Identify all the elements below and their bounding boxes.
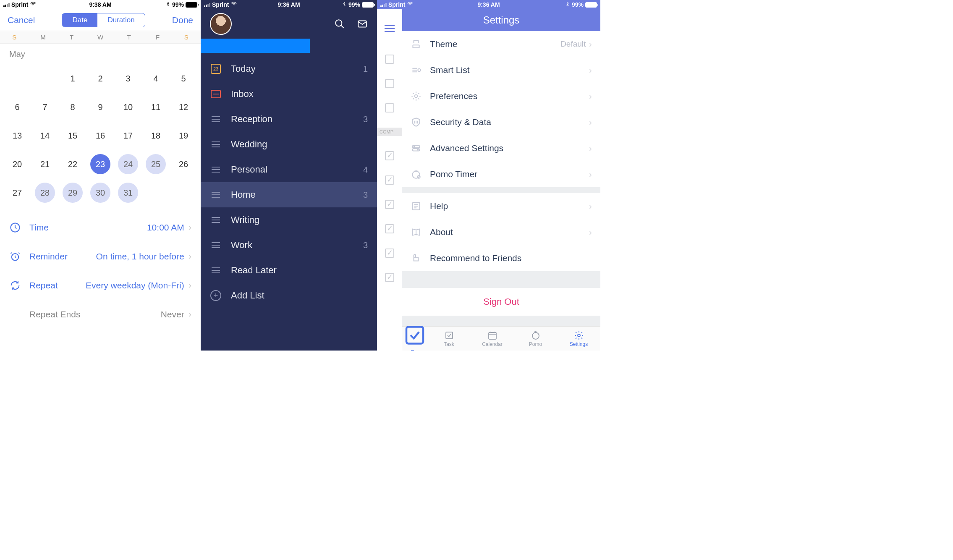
- calendar-day[interactable]: 25: [142, 154, 170, 174]
- signal-icon: [204, 2, 210, 7]
- checkbox-done-icon[interactable]: [385, 249, 394, 258]
- checkbox-done-icon[interactable]: [385, 224, 394, 233]
- sign-out-button[interactable]: Sign Out: [402, 288, 600, 316]
- calendar-day[interactable]: 20: [3, 154, 31, 174]
- calendar-day[interactable]: 26: [170, 154, 197, 174]
- avatar[interactable]: [210, 13, 232, 35]
- tab-task-cut[interactable]: Tas: [402, 327, 427, 351]
- mail-icon[interactable]: [357, 17, 368, 31]
- calendar-today-icon: 23: [210, 63, 222, 75]
- list-icon: [210, 189, 222, 201]
- calendar-day[interactable]: 23: [86, 154, 114, 174]
- calendar-day[interactable]: 18: [142, 126, 170, 146]
- calendar-day[interactable]: 19: [170, 126, 197, 146]
- checkbox-icon[interactable]: [385, 55, 394, 64]
- date-duration-toggle[interactable]: Date Duration: [62, 13, 145, 27]
- reminder-row[interactable]: Reminder On time, 1 hour before ›: [0, 242, 201, 271]
- sidebar-item-list[interactable]: Personal 4: [201, 157, 377, 182]
- calendar-day[interactable]: 22: [59, 154, 86, 174]
- calendar-day[interactable]: 14: [31, 126, 59, 146]
- chevron-right-icon: ›: [589, 144, 592, 153]
- sidebar-item-list[interactable]: Writing: [201, 207, 377, 233]
- sidebar-item-list[interactable]: Wedding: [201, 132, 377, 157]
- calendar-day[interactable]: 5: [170, 68, 197, 89]
- calendar-day[interactable]: 31: [114, 183, 142, 203]
- sidebar-item-list[interactable]: Home 3: [201, 182, 377, 207]
- calendar-day[interactable]: 10: [114, 97, 142, 117]
- sidebar-item-add-list[interactable]: + Add List: [201, 283, 377, 308]
- svg-point-4: [418, 69, 421, 72]
- sidebar-header: [201, 9, 377, 39]
- checkbox-done-icon[interactable]: [385, 200, 394, 209]
- calendar-day[interactable]: 2: [86, 68, 114, 89]
- hamburger-icon[interactable]: [385, 25, 395, 32]
- repeat-row[interactable]: Repeat Every weekday (Mon-Fri) ›: [0, 271, 201, 300]
- checkbox-done-icon[interactable]: [385, 175, 394, 185]
- calendar-day[interactable]: 12: [170, 97, 197, 117]
- calendar-day[interactable]: 11: [142, 97, 170, 117]
- chevron-right-icon: ›: [189, 309, 191, 320]
- calendar-day[interactable]: 21: [31, 154, 59, 174]
- settings-row[interactable]: Recommend to Friends: [402, 245, 600, 271]
- settings-row[interactable]: Preferences ›: [402, 83, 600, 109]
- svg-rect-15: [489, 332, 496, 339]
- checkbox-icon[interactable]: [385, 79, 394, 88]
- list-icon: [210, 239, 222, 251]
- tab-calendar[interactable]: Calendar: [471, 327, 514, 351]
- nav-bar: Cancel Date Duration Done: [0, 9, 201, 31]
- underlying-list-peek: COMP: [377, 9, 402, 351]
- sidebar-item-list[interactable]: Reception 3: [201, 107, 377, 132]
- settings-row[interactable]: Help ›: [402, 193, 600, 219]
- status-bar: Sprint 9:36 AM 99%: [201, 0, 377, 9]
- settings-row[interactable]: About ›: [402, 219, 600, 245]
- settings-row[interactable]: Security & Data ›: [402, 109, 600, 135]
- checkbox-done-icon[interactable]: [385, 273, 394, 282]
- repeat-ends-row[interactable]: Repeat Ends Never ›: [0, 300, 201, 329]
- settings-row[interactable]: Theme Default ›: [402, 31, 600, 57]
- battery-icon: [186, 2, 197, 8]
- calendar-day[interactable]: 13: [3, 126, 31, 146]
- calendar-day[interactable]: 30: [86, 183, 114, 203]
- svg-point-16: [532, 332, 539, 339]
- seg-date[interactable]: Date: [62, 13, 97, 27]
- calendar-day[interactable]: 27: [3, 183, 31, 203]
- bluetooth-icon: [342, 1, 347, 8]
- calendar-day[interactable]: 17: [114, 126, 142, 146]
- calendar-day[interactable]: 29: [59, 183, 86, 203]
- calendar-grid[interactable]: 1234567891011121314151617181920212223242…: [0, 61, 201, 213]
- time-row[interactable]: Time 10:00 AM ›: [0, 213, 201, 242]
- calendar-day[interactable]: 6: [3, 97, 31, 117]
- calendar-day[interactable]: 7: [31, 97, 59, 117]
- sidebar-item-list[interactable]: Read Later: [201, 258, 377, 283]
- settings-row[interactable]: Pomo Timer ›: [402, 161, 600, 187]
- settings-row[interactable]: Advanced Settings ›: [402, 135, 600, 161]
- checkbox-done-icon[interactable]: [385, 151, 394, 160]
- checkbox-icon[interactable]: [385, 103, 394, 113]
- cancel-button[interactable]: Cancel: [8, 15, 35, 25]
- tab-task[interactable]: Task: [427, 327, 471, 351]
- calendar-day[interactable]: 15: [59, 126, 86, 146]
- settings-row-icon: [411, 143, 422, 154]
- settings-row[interactable]: Smart List ›: [402, 57, 600, 83]
- calendar-day[interactable]: 9: [86, 97, 114, 117]
- calendar-day[interactable]: 28: [31, 183, 59, 203]
- battery-percent: 99%: [572, 1, 584, 8]
- calendar-day[interactable]: 16: [86, 126, 114, 146]
- calendar-day[interactable]: 8: [59, 97, 86, 117]
- calendar-day[interactable]: 3: [114, 68, 142, 89]
- sidebar-item-today[interactable]: 23 Today 1: [201, 56, 377, 81]
- sidebar-menu-screen: Sprint 9:36 AM 99% 23 Today 1 Inbox Rec: [201, 0, 377, 351]
- signal-icon: [380, 2, 387, 7]
- tab-settings[interactable]: Settings: [557, 327, 600, 351]
- seg-duration[interactable]: Duration: [97, 13, 144, 27]
- chevron-right-icon: ›: [189, 222, 191, 233]
- tab-pomo[interactable]: Pomo: [514, 327, 557, 351]
- sidebar-item-list[interactable]: Work 3: [201, 233, 377, 258]
- bluetooth-icon: [165, 1, 170, 8]
- search-icon[interactable]: [334, 17, 345, 31]
- calendar-day[interactable]: 24: [114, 154, 142, 174]
- calendar-day[interactable]: 4: [142, 68, 170, 89]
- done-button[interactable]: Done: [172, 15, 193, 25]
- calendar-day[interactable]: 1: [59, 68, 86, 89]
- sidebar-item-inbox[interactable]: Inbox: [201, 81, 377, 107]
